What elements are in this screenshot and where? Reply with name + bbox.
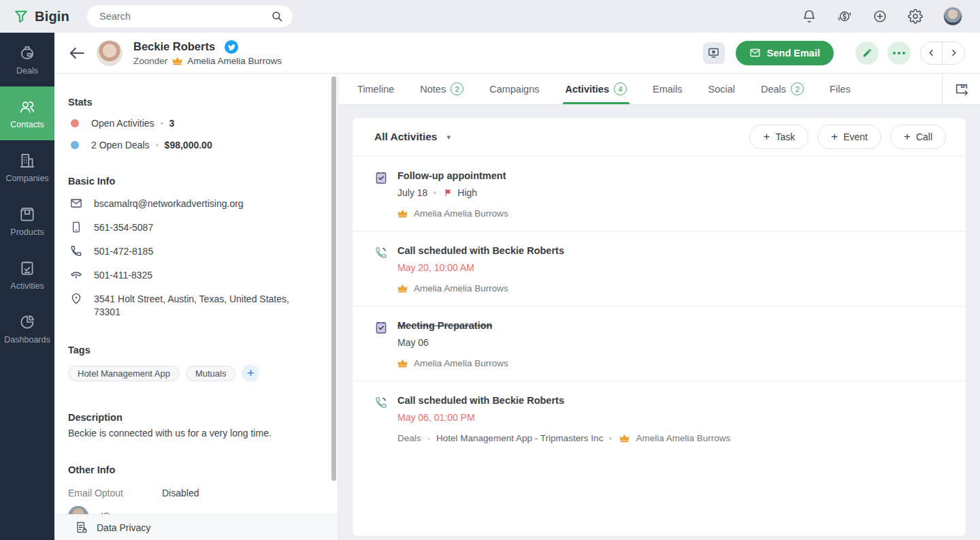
tag-list: Hotel Management App Mutuals + <box>68 364 324 382</box>
tab-notes[interactable]: Notes2 <box>420 74 463 104</box>
bigin-crm-page: Bigin Deals Contacts Companies <box>0 0 980 540</box>
tab-timeline[interactable]: Timeline <box>357 74 394 104</box>
email-row[interactable]: bscamalrq@networkadvertising.org <box>68 197 324 210</box>
field-value[interactable]: Disabled <box>162 488 199 498</box>
activity-title[interactable]: Follow-up appointment <box>397 170 944 181</box>
sidebar-item-products[interactable]: Products <box>0 194 54 248</box>
tab-label: Activities <box>566 84 609 95</box>
tab-files[interactable]: Files <box>830 74 851 104</box>
tab-label: Campaigns <box>489 84 539 95</box>
filter-label: All Activities <box>374 131 437 143</box>
sidebar-item-companies[interactable]: Companies <box>0 140 54 194</box>
add-call-button[interactable]: +Call <box>890 125 946 149</box>
building-icon <box>18 152 36 170</box>
contact-avatar[interactable] <box>97 40 122 66</box>
screen-share-button[interactable] <box>703 42 725 64</box>
activity-related-line: Deals - Hotel Management App - Tripmaste… <box>397 432 944 444</box>
tab-campaigns[interactable]: Campaigns <box>489 74 539 104</box>
activity-item[interactable]: Call scheduled with Beckie Roberts May 0… <box>353 381 966 456</box>
send-email-button[interactable]: Send Email <box>736 41 834 65</box>
activity-item[interactable]: Follow-up appointment July 18 High Ameli… <box>353 157 966 232</box>
back-arrow-icon[interactable] <box>68 44 86 62</box>
activity-item[interactable]: Meeting Preparation May 06 Amelia Amelia… <box>353 306 966 381</box>
stat-open-deals[interactable]: 2 Open Deals $98,000.00 <box>68 139 324 151</box>
popout-window-button[interactable] <box>942 74 980 104</box>
home-phone-value: 501-411-8325 <box>94 268 152 282</box>
add-plus-icon[interactable] <box>872 9 887 24</box>
tab-label: Timeline <box>357 84 394 95</box>
stat-value: $98,000.00 <box>165 140 212 150</box>
panel-scrollbar[interactable] <box>331 76 336 481</box>
search-box[interactable] <box>87 5 293 27</box>
address-row[interactable]: 3541 Holt Street, Austin, Texas, United … <box>68 292 324 319</box>
ellipsis-icon <box>893 52 905 54</box>
tab-activities[interactable]: Activities4 <box>566 74 627 104</box>
mobile-value: 561-354-5087 <box>94 221 153 234</box>
mobile-phone-icon <box>69 221 83 234</box>
more-actions-button[interactable] <box>887 42 911 65</box>
sidebar-item-label: Products <box>10 227 44 237</box>
popout-icon <box>954 82 969 97</box>
activities-filter-dropdown[interactable]: All Activities ▾ <box>374 131 451 143</box>
stat-value: 3 <box>169 118 175 129</box>
activity-item[interactable]: Call scheduled with Beckie Roberts May 2… <box>353 232 966 306</box>
currency-credits-icon[interactable] <box>837 9 852 24</box>
twitter-icon[interactable] <box>225 40 238 54</box>
activity-detail-line: May 06, 01:00 PM <box>397 411 944 424</box>
button-label: Task <box>775 131 795 142</box>
owner-crown-icon <box>172 57 182 65</box>
money-bag-icon <box>18 44 36 62</box>
add-task-button[interactable]: +Task <box>749 125 808 149</box>
mobile-row[interactable]: 561-354-5087 <box>68 221 324 234</box>
user-avatar[interactable] <box>943 7 962 26</box>
previous-record-button[interactable] <box>921 42 943 64</box>
search-icon[interactable] <box>271 10 283 22</box>
tab-emails[interactable]: Emails <box>653 74 683 104</box>
tag-pill[interactable]: Mutuals <box>186 366 236 381</box>
brand-logo[interactable]: Bigin <box>0 9 87 25</box>
package-box-icon <box>18 206 36 223</box>
sidebar-item-contacts[interactable]: Contacts <box>0 86 54 140</box>
sidebar-item-deals[interactable]: Deals <box>0 33 54 86</box>
sidebar-item-activities[interactable]: Activities <box>0 248 54 302</box>
add-tag-button[interactable]: + <box>242 364 259 382</box>
related-deal[interactable]: Hotel Management App - Tripmasters Inc <box>436 433 603 443</box>
dot-separator <box>434 191 436 194</box>
task-icon <box>374 171 388 185</box>
contact-company[interactable]: Zoonder <box>133 56 167 66</box>
activity-date: May 06 <box>397 337 429 348</box>
tab-social[interactable]: Social <box>708 74 736 104</box>
notifications-bell-icon[interactable] <box>802 9 817 24</box>
tag-pill[interactable]: Hotel Management App <box>68 366 180 381</box>
next-record-button[interactable] <box>943 42 964 64</box>
sidebar-item-dashboards[interactable]: Dashboards <box>0 302 54 355</box>
edit-button[interactable] <box>855 42 879 65</box>
home-phone-row[interactable]: 501-411-8325 <box>68 268 324 282</box>
contact-identity: Beckie Roberts Zoonder Amelia Amelia Bur… <box>133 40 282 66</box>
contact-name: Beckie Roberts <box>133 40 215 53</box>
stats-section-title: Stats <box>68 74 324 108</box>
contact-detail-panel: Stats Open Activities 3 2 Open Deals $98… <box>54 74 338 540</box>
send-email-label: Send Email <box>767 48 820 59</box>
phone-row[interactable]: 501-472-8185 <box>68 244 324 258</box>
activity-owner-line: Amelia Amelia Burrows <box>397 358 944 369</box>
search-input[interactable] <box>99 11 263 22</box>
sidebar-item-label: Activities <box>10 281 44 291</box>
plus-icon: + <box>763 130 770 144</box>
activity-title-completed[interactable]: Meeting Preparation <box>397 320 944 331</box>
bigin-funnel-icon <box>14 9 29 24</box>
add-event-button[interactable]: +Event <box>817 125 881 149</box>
activity-title[interactable]: Call scheduled with Beckie Roberts <box>397 245 944 256</box>
tab-deals[interactable]: Deals2 <box>761 74 804 104</box>
contact-owner[interactable]: Amelia Amelia Burrows <box>187 56 282 66</box>
stat-open-activities[interactable]: Open Activities 3 <box>68 117 324 129</box>
button-label: Event <box>843 131 868 142</box>
stat-label: 2 Open Deals <box>91 140 150 150</box>
record-tabs-area: Timeline Notes2 Campaigns Activities4 Em… <box>338 74 980 540</box>
description-section-title: Description <box>68 412 324 423</box>
settings-gear-icon[interactable] <box>908 9 923 24</box>
owner-crown-icon <box>397 359 408 368</box>
document-lock-icon <box>75 521 88 534</box>
data-privacy-bar[interactable]: Data Privacy <box>54 514 338 540</box>
activity-title[interactable]: Call scheduled with Beckie Roberts <box>397 395 944 406</box>
